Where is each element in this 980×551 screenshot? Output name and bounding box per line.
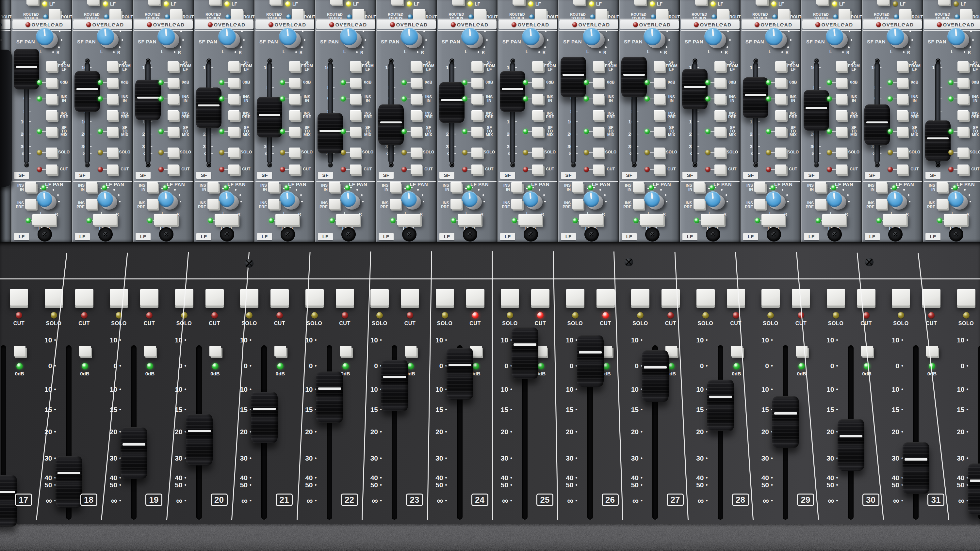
sf-from-lf-button[interactable] — [897, 61, 908, 71]
sf-to-mix-button[interactable] — [350, 127, 361, 137]
fader-slot[interactable] — [718, 345, 723, 520]
ins-pre-button[interactable] — [228, 110, 239, 120]
solo-button[interactable] — [289, 148, 300, 157]
zero-db-button[interactable] — [836, 78, 847, 87]
zero-db-button[interactable] — [731, 346, 743, 356]
zero-db-button[interactable] — [350, 78, 361, 87]
sf-from-lf-button[interactable] — [775, 61, 786, 71]
lf-ins-pre-button[interactable] — [207, 199, 218, 209]
lf-to-mix-button[interactable] — [32, 214, 56, 225]
lf-select-button[interactable] — [27, 0, 38, 5]
cut-button[interactable] — [289, 165, 300, 174]
fader-handle[interactable] — [642, 350, 669, 402]
cut-button[interactable] — [75, 289, 94, 305]
sf-from-lf-button[interactable] — [228, 61, 239, 71]
lf-ins-pre-button[interactable] — [25, 199, 36, 209]
solo-button[interactable] — [654, 148, 665, 157]
fader-handle[interactable] — [257, 97, 282, 137]
lf-select-button[interactable] — [756, 0, 767, 5]
lf-to-mix-button[interactable] — [154, 214, 177, 225]
solo-button[interactable] — [410, 148, 422, 157]
lf-to-mix-button[interactable] — [275, 214, 299, 225]
knob-cap[interactable] — [340, 28, 357, 45]
ins-pre-button[interactable] — [289, 110, 300, 120]
cut-button[interactable] — [140, 289, 158, 305]
knob-cap[interactable] — [340, 191, 356, 207]
cut-button[interactable] — [654, 165, 665, 174]
zero-db-button[interactable] — [274, 346, 286, 356]
fader-handle[interactable] — [0, 475, 17, 527]
fader-handle[interactable] — [316, 372, 343, 423]
lf-ins-in-button[interactable] — [937, 182, 948, 192]
fader-handle[interactable] — [196, 87, 221, 128]
lf-ins-in-button[interactable] — [25, 182, 36, 192]
solo-button[interactable] — [110, 289, 128, 305]
knob-cap[interactable] — [704, 28, 722, 45]
knob-cap[interactable] — [280, 191, 295, 207]
lf-ins-in-button[interactable] — [815, 182, 826, 192]
solo-button[interactable] — [167, 148, 179, 157]
fader-handle[interactable] — [838, 419, 864, 471]
solo-button[interactable] — [436, 289, 454, 305]
lf-ins-pre-button[interactable] — [572, 199, 583, 209]
sf-to-mix-button[interactable] — [167, 127, 179, 137]
lf-ins-pre-button[interactable] — [390, 199, 401, 209]
ins-pre-button[interactable] — [593, 110, 604, 120]
sf-to-mix-button[interactable] — [775, 127, 786, 137]
ins-pre-button[interactable] — [532, 110, 543, 120]
lf-ins-pre-button[interactable] — [511, 199, 522, 209]
cut-button[interactable] — [350, 165, 361, 174]
knob-cap[interactable] — [705, 191, 721, 207]
solo-button[interactable] — [827, 289, 845, 305]
lf-ins-pre-button[interactable] — [754, 199, 765, 209]
fader-handle[interactable] — [864, 105, 890, 145]
cut-button[interactable] — [471, 165, 482, 174]
knob-cap[interactable] — [765, 28, 783, 45]
ins-in-button[interactable] — [714, 94, 725, 104]
cut-button[interactable] — [466, 289, 484, 305]
solo-button[interactable] — [593, 148, 604, 157]
ins-in-button[interactable] — [836, 94, 847, 104]
fader-handle[interactable] — [512, 327, 538, 379]
solo-button[interactable] — [957, 289, 975, 305]
sf-from-lf-button[interactable] — [593, 61, 604, 71]
lf-to-mix-button[interactable] — [215, 214, 238, 225]
lf-to-mix-button[interactable] — [579, 214, 603, 225]
lf-to-mix-button[interactable] — [762, 214, 785, 225]
fader-handle[interactable] — [56, 456, 82, 508]
lf-ins-in-button[interactable] — [754, 182, 765, 192]
lf-to-mix-button[interactable] — [640, 214, 663, 225]
sf-to-mix-button[interactable] — [654, 127, 665, 137]
knob-cap[interactable] — [826, 28, 843, 45]
solo-button[interactable] — [775, 148, 786, 157]
solo-button[interactable] — [631, 289, 649, 305]
fader-handle[interactable] — [803, 90, 829, 130]
knob-cap[interactable] — [37, 191, 52, 207]
lf-to-mix-button[interactable] — [883, 214, 907, 225]
lf-ins-pre-button[interactable] — [876, 199, 887, 209]
fader-handle[interactable] — [378, 105, 404, 145]
lf-ins-in-button[interactable] — [633, 182, 644, 192]
zero-db-button[interactable] — [654, 78, 665, 87]
lf-select-button[interactable] — [452, 0, 463, 5]
solo-button[interactable] — [107, 148, 118, 157]
ins-in-button[interactable] — [654, 94, 665, 104]
ins-pre-button[interactable] — [107, 110, 118, 120]
solo-button[interactable] — [836, 148, 847, 157]
fader-handle[interactable] — [560, 57, 586, 97]
solo-button[interactable] — [501, 289, 519, 305]
solo-button[interactable] — [532, 148, 543, 157]
cut-button[interactable] — [836, 165, 847, 174]
cut-button[interactable] — [531, 289, 549, 305]
cut-button[interactable] — [107, 165, 118, 174]
solo-button[interactable] — [958, 148, 969, 157]
sf-from-lf-button[interactable] — [410, 61, 422, 71]
zero-db-button[interactable] — [897, 78, 908, 87]
lf-ins-pre-button[interactable] — [147, 199, 158, 209]
fader-handle[interactable] — [439, 82, 465, 123]
ins-pre-button[interactable] — [836, 110, 847, 120]
sf-from-lf-button[interactable] — [46, 61, 57, 71]
solo-button[interactable] — [762, 289, 780, 305]
solo-button[interactable] — [714, 148, 725, 157]
ins-pre-button[interactable] — [46, 110, 57, 120]
